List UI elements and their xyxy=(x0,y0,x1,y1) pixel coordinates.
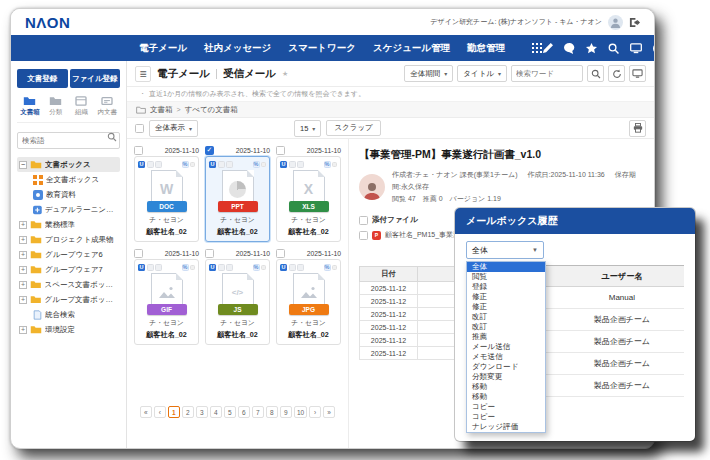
breadcrumb-root[interactable]: 文書箱 xyxy=(150,105,173,115)
first-page-button[interactable]: « xyxy=(140,406,152,418)
expand-icon[interactable]: + xyxy=(19,266,27,274)
file-checkbox[interactable]: ✓ xyxy=(205,146,214,155)
sidebar-item-education[interactable]: 教育資料 xyxy=(17,187,120,202)
file-checkbox[interactable] xyxy=(276,146,285,155)
expand-icon[interactable]: + xyxy=(19,296,27,304)
sidebar-tab-internal-doc[interactable]: 内文書 xyxy=(94,96,120,117)
nav-item-smartwork[interactable]: スマートワーク xyxy=(288,42,356,55)
expand-icon[interactable]: + xyxy=(19,326,27,334)
option-knowledge-eval[interactable]: ナレッジ評価 xyxy=(467,422,545,432)
select-all-checkbox[interactable] xyxy=(135,124,144,133)
refresh-button[interactable] xyxy=(608,65,625,82)
search-icon[interactable] xyxy=(608,43,619,54)
file-card-jpg[interactable]: U % JPG チ・セヨン xyxy=(276,259,341,345)
page-button-7[interactable]: 7 xyxy=(252,406,264,418)
option-move[interactable]: 移動 xyxy=(467,382,545,392)
option-all[interactable]: 全体 xyxy=(467,262,545,272)
page-button-8[interactable]: 8 xyxy=(266,406,278,418)
page-button-9[interactable]: 9 xyxy=(280,406,292,418)
expand-icon[interactable]: + xyxy=(19,236,27,244)
compose-icon[interactable] xyxy=(542,43,553,54)
sidebar-item-dual-learning[interactable]: デュアルラーニング制度 xyxy=(17,202,120,217)
sidebar-search-input[interactable] xyxy=(17,132,120,149)
option-download[interactable]: ダウンロード xyxy=(467,362,545,372)
file-card-doc[interactable]: U % W DOC チ・セヨン 顧客社名_02 xyxy=(134,156,199,242)
sidebar-item-groupware7[interactable]: + グループウェア7 xyxy=(17,262,120,277)
view-all-select[interactable]: 全体表示 ▾ xyxy=(149,120,198,137)
file-card-ppt[interactable]: U % PPT チ・セヨン 顧客社名_02 xyxy=(205,156,270,242)
pie-chart-icon[interactable] xyxy=(653,43,655,54)
expand-icon[interactable]: + xyxy=(19,281,27,289)
page-button-6[interactable]: 6 xyxy=(238,406,250,418)
column-header-date[interactable]: 日付 xyxy=(360,267,418,282)
page-button-2[interactable]: 2 xyxy=(182,406,194,418)
scrap-button[interactable]: スクラップ xyxy=(326,120,380,136)
history-filter-select[interactable]: 全体 ▼ xyxy=(466,241,544,259)
option-send-memo[interactable]: メモ送信 xyxy=(467,352,545,362)
page-button-4[interactable]: 4 xyxy=(210,406,222,418)
sidebar-item-all-docbox[interactable]: 全文書ボックス xyxy=(17,172,120,187)
sidebar-item-group-docbox[interactable]: + グループ文書ボックス xyxy=(17,292,120,307)
sidebar-item-project-output[interactable]: + プロジェクト成果物 xyxy=(17,232,120,247)
file-card-js[interactable]: U % </> JS チ・セヨン 顧客社名_02 xyxy=(205,259,270,345)
file-card-gif[interactable]: U % GIF チ・セヨン xyxy=(134,259,199,345)
monitor-icon[interactable] xyxy=(630,43,642,54)
menu-icon[interactable]: ≡ xyxy=(135,66,151,82)
nav-item-schedule[interactable]: スケジュール管理 xyxy=(373,42,450,55)
sidebar-item-groupware6[interactable]: + グループウェア6 xyxy=(17,247,120,262)
prev-page-button[interactable]: ‹ xyxy=(154,406,166,418)
monitor-view-button[interactable] xyxy=(629,65,646,82)
period-select[interactable]: 全体期間 ▾ xyxy=(404,65,453,82)
favorite-icon[interactable]: ★ xyxy=(282,70,288,78)
sidebar-item-space-docbox[interactable]: + スペース文書ボックス xyxy=(17,277,120,292)
attachment-checkbox[interactable] xyxy=(359,231,368,240)
page-button-1[interactable]: 1 xyxy=(168,406,180,418)
expand-icon[interactable]: + xyxy=(19,251,27,259)
option-move2[interactable]: 移動 xyxy=(467,392,545,402)
option-edit2[interactable]: 修正 xyxy=(467,302,545,312)
sidebar-tab-docbox[interactable]: 文書箱 xyxy=(17,96,43,117)
option-revise[interactable]: 改訂 xyxy=(467,312,545,322)
page-button-3[interactable]: 3 xyxy=(196,406,208,418)
file-checkbox[interactable] xyxy=(205,249,214,258)
search-icon[interactable] xyxy=(107,132,117,142)
register-file-button[interactable]: ファイル登録 xyxy=(70,69,121,88)
option-edit[interactable]: 修正 xyxy=(467,292,545,302)
search-button[interactable] xyxy=(587,65,604,82)
option-recommend[interactable]: 推薦 xyxy=(467,332,545,342)
expand-icon[interactable]: + xyxy=(19,221,27,229)
star-icon[interactable] xyxy=(586,43,597,54)
avatar[interactable] xyxy=(608,15,623,30)
keyword-search-input[interactable] xyxy=(511,65,583,82)
collapse-icon[interactable]: − xyxy=(19,161,27,169)
apps-grid-icon[interactable] xyxy=(532,42,542,55)
nav-item-mail[interactable]: 電子メール xyxy=(139,42,187,55)
register-document-button[interactable]: 文書登録 xyxy=(17,69,68,88)
option-copy[interactable]: コピー xyxy=(467,402,545,412)
sidebar-tab-category[interactable]: 分類 xyxy=(43,96,69,117)
option-copy2[interactable]: コピー xyxy=(467,412,545,422)
file-checkbox[interactable] xyxy=(134,249,143,258)
modal-header[interactable]: メールボックス履歴 xyxy=(455,208,695,234)
chat-icon[interactable] xyxy=(564,43,575,54)
page-size-select[interactable]: 15 ▾ xyxy=(294,120,321,137)
last-page-button[interactable]: » xyxy=(323,406,335,418)
sidebar-tab-organization[interactable]: 組織 xyxy=(69,96,95,117)
sidebar-item-settings[interactable]: + 環境設定 xyxy=(17,322,120,337)
file-card-xls[interactable]: U % X XLS チ・セヨン 顧客社名_02 xyxy=(276,156,341,242)
file-checkbox[interactable] xyxy=(276,249,285,258)
sidebar-item-integrated-search[interactable]: 統合検索 xyxy=(17,307,120,322)
file-checkbox[interactable] xyxy=(134,146,143,155)
column-header-username[interactable]: ユーザー名 xyxy=(560,266,684,287)
next-page-button[interactable]: › xyxy=(309,406,321,418)
print-button[interactable] xyxy=(629,120,646,137)
nav-item-message[interactable]: 社内メッセージ xyxy=(204,42,271,55)
option-view[interactable]: 閲覧 xyxy=(467,272,545,282)
option-send-mail[interactable]: メール送信 xyxy=(467,342,545,352)
option-register[interactable]: 登録 xyxy=(467,282,545,292)
sidebar-item-work-standard[interactable]: + 業務標準 xyxy=(17,217,120,232)
nav-item-attendance[interactable]: 勤怠管理 xyxy=(467,42,505,55)
field-select[interactable]: タイトル ▾ xyxy=(457,65,507,82)
page-button-5[interactable]: 5 xyxy=(224,406,236,418)
option-change-category[interactable]: 分類変更 xyxy=(467,372,545,382)
